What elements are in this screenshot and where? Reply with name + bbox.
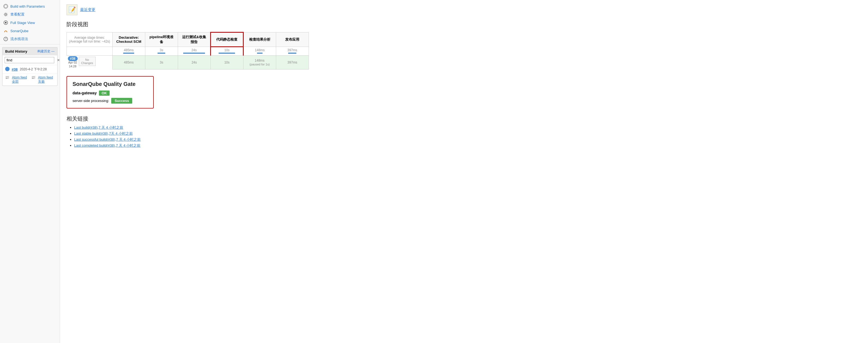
stage-table-wrapper: Average stage times: (Average full run t… <box>66 32 862 69</box>
related-links-list: Last build(#38),7 天 4 小时之前 Last stable b… <box>66 125 862 148</box>
stage-icon <box>3 20 8 25</box>
progress-bar-3 <box>219 53 235 54</box>
related-link-0[interactable]: Last build(#38),7 天 4 小时之前 <box>74 125 123 129</box>
build-date: 2020-4-2 下午2:28 <box>20 67 47 72</box>
stage-col-label-4: 检查结果分析 <box>249 37 271 41</box>
progress-bar-4 <box>257 53 262 54</box>
stage-col-label-5: 发布应用 <box>285 37 299 41</box>
build-search-input[interactable] <box>5 57 54 63</box>
build-history-link[interactable]: 构建历史 — <box>37 49 55 54</box>
stage-col-label-3: 代码静态检查 <box>216 37 238 41</box>
avg-time-5: 397ms <box>276 47 309 56</box>
no-changes-cell: NoChanges <box>79 57 96 66</box>
stage-col-3: 代码静态检查 <box>211 32 243 47</box>
stage-cell-1[interactable]: 3s <box>145 56 178 69</box>
recent-changes-link[interactable]: 最近变更 <box>80 7 95 12</box>
sidebar-item-build-with-parameters[interactable]: Build with Parameters <box>0 2 60 10</box>
related-links-title: 相关链接 <box>66 115 862 122</box>
quality-gate-processing-row: server-side processing: Success <box>72 98 148 104</box>
processing-label: server-side processing: <box>72 99 109 103</box>
quality-gate-status-badge: OK <box>99 91 110 96</box>
stage-view-title: 阶段视图 <box>66 21 862 28</box>
build-history-title: Build History <box>5 49 27 54</box>
build-status-icon <box>5 67 9 72</box>
quality-gate-title: SonarQube Quality Gate <box>72 81 148 87</box>
processing-status-badge: Success <box>111 98 132 104</box>
notebook-icon: 📝 <box>68 6 76 13</box>
atom-feed-all-link[interactable]: Atom feed 全部 <box>12 75 29 84</box>
list-item: Last completed build(#38),7 天 4 小时之前 <box>74 143 862 148</box>
related-link-1[interactable]: Last stable build(#38),7天 4 小时之前 <box>74 131 133 135</box>
stage-col-0: Declarative:Checkout SCM <box>112 32 145 47</box>
avg-time-4: 148ms <box>243 47 276 56</box>
rss-icon-fail: 📰 <box>31 75 35 84</box>
avg-time-1: 3s <box>145 47 178 56</box>
svg-text:?: ? <box>5 38 7 41</box>
sidebar-item-full-stage-view[interactable]: Full Stage View <box>0 19 60 27</box>
sidebar-item-label: Build with Parameters <box>10 4 45 8</box>
stage-col-label-0: Declarative:Checkout SCM <box>116 35 141 43</box>
sidebar-item-label: SonarQube <box>10 29 29 33</box>
avg-times-row <box>67 47 113 56</box>
avg-label: Average stage times: <box>74 36 105 39</box>
stage-cell-4[interactable]: 148ms(paused for 1s) <box>243 56 276 69</box>
build-info-cell: #38 Apr 0214:28 NoChanges <box>67 56 113 69</box>
avg-times-cell: Average stage times: (Average full run t… <box>67 32 113 47</box>
stage-col-4: 检查结果分析 <box>243 32 276 47</box>
build-history-section: Build History 构建历史 — ✕ #38 2020-4-2 下午2:… <box>2 47 58 86</box>
build-badge[interactable]: #38 <box>68 56 78 61</box>
list-item: Last stable build(#38),7天 4 小时之前 <box>74 131 862 136</box>
progress-bar-1 <box>158 53 165 54</box>
list-item: Last build(#38),7 天 4 小时之前 <box>74 125 862 130</box>
svg-point-4 <box>5 22 6 24</box>
quality-gate-project: data-gateway <box>72 91 97 95</box>
stage-col-2: 运行测试&收集报告 <box>178 32 211 47</box>
sidebar-item-view-config[interactable]: 查看配置 <box>0 10 60 19</box>
atom-feed-fail-link[interactable]: Atom feed 失败 <box>38 75 55 84</box>
avg-time-3: 10s <box>211 47 243 56</box>
build-history-header: Build History 构建历史 — <box>2 48 57 55</box>
progress-bar-2 <box>183 53 205 54</box>
related-link-3[interactable]: Last completed build(#38),7 天 4 小时之前 <box>74 144 141 148</box>
avg-time-0: 485ms <box>112 47 145 56</box>
sidebar-item-pipeline-syntax[interactable]: ? 流水线语法 <box>0 35 60 43</box>
sidebar-item-sonarqube[interactable]: SonarQube <box>0 27 60 35</box>
stage-cell-0[interactable]: 485ms <box>112 56 145 69</box>
avg-full-label: (Average full run time: ~42s) <box>69 39 110 43</box>
recent-changes-icon: 📝 <box>66 4 78 15</box>
build-date-label: Apr 0214:28 <box>68 61 77 68</box>
build-feed-row: 📰 Atom feed 全部 📰 Atom feed 失败 <box>2 73 57 86</box>
stage-col-label-1: pipeline环境准备 <box>149 35 174 44</box>
recent-changes-row: 📝 最近变更 <box>66 4 862 15</box>
stage-table: Average stage times: (Average full run t… <box>66 32 309 69</box>
progress-bar-5 <box>288 53 296 54</box>
stage-col-5: 发布应用 <box>276 32 309 47</box>
build-icon <box>3 4 8 9</box>
sidebar-item-label: 查看配置 <box>10 12 25 17</box>
svg-point-2 <box>5 13 6 15</box>
stage-col-label-2: 运行测试&收集报告 <box>182 35 206 44</box>
progress-bar-0 <box>123 53 134 54</box>
rss-icon-all: 📰 <box>5 75 9 84</box>
list-item: Last successful build(#38),7 天 4 小时之前 <box>74 137 862 142</box>
sidebar-item-label: 流水线语法 <box>10 36 28 41</box>
quality-gate-project-row: data-gateway OK <box>72 91 148 96</box>
question-icon: ? <box>3 36 8 41</box>
build-entry: #38 2020-4-2 下午2:28 <box>2 65 57 73</box>
stage-cell-3[interactable]: 10s <box>211 56 243 69</box>
stage-cell-2[interactable]: 24s <box>178 56 211 69</box>
sonar-icon <box>3 28 8 33</box>
stage-cell-5[interactable]: 397ms <box>276 56 309 69</box>
quality-gate-box: SonarQube Quality Gate data-gateway OK s… <box>66 76 154 108</box>
avg-time-2: 24s <box>178 47 211 56</box>
build-search-row: ✕ <box>2 55 57 65</box>
related-link-2[interactable]: Last successful build(#38),7 天 4 小时之前 <box>74 137 141 142</box>
stage-col-1: pipeline环境准备 <box>145 32 178 47</box>
svg-point-1 <box>5 5 7 7</box>
gear-icon <box>3 12 8 17</box>
build-number-link[interactable]: #38 <box>12 67 18 71</box>
sidebar-item-label: Full Stage View <box>10 21 35 25</box>
